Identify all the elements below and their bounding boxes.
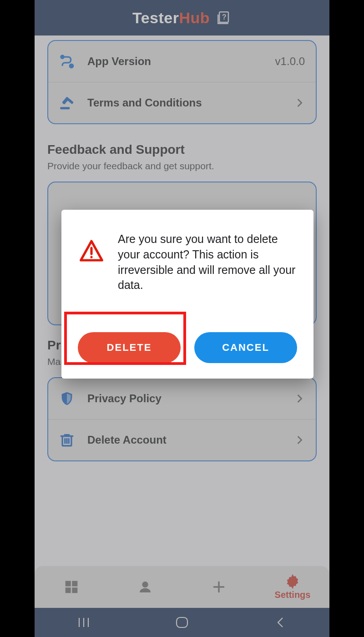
warning-icon	[78, 232, 105, 263]
svg-point-19	[90, 256, 92, 258]
dialog-message: Are you sure you want to delete your acc…	[118, 232, 297, 293]
delete-button[interactable]: DELETE	[78, 332, 181, 363]
cancel-button[interactable]: CANCEL	[194, 332, 297, 363]
delete-confirm-dialog: Are you sure you want to delete your acc…	[61, 210, 313, 379]
app-viewport: TesterHub ?	[35, 0, 329, 637]
